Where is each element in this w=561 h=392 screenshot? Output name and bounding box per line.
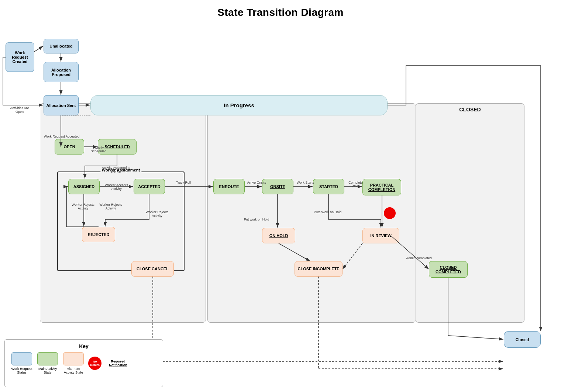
accepted-node: ACCEPTED [134, 179, 165, 194]
work-request-created: Work Request Created [6, 42, 34, 72]
put-work-on-hold-label: Put work on Hold [240, 218, 273, 221]
key-box: Key Work Request Status Main Activity St… [4, 339, 163, 387]
section-closed-title: CLOSED [459, 107, 481, 112]
open-node: OPEN [55, 139, 84, 155]
allocation-sent-node: Allocation Sent [44, 95, 79, 115]
worker-rejects-activity1-label: Worker Rejects Activity [70, 203, 96, 210]
key-work-request-box [11, 352, 32, 365]
key-main-activity-status: Main Activity State [37, 352, 59, 374]
in-review-node: IN REVIEW [362, 228, 399, 243]
worker-rejects-activity3-label: Worker Rejects Activity [143, 210, 171, 218]
closed-final-node: Closed [504, 331, 541, 348]
truck-roll-label: Truck Roll [171, 181, 196, 184]
in-progress-bar: In Progress [90, 95, 388, 115]
key-alternate-activity-box [63, 352, 84, 365]
svg-line-2 [34, 46, 43, 52]
section-closed: CLOSED [416, 103, 524, 323]
unallocated-node: Unallocated [44, 39, 79, 53]
svg-line-17 [448, 336, 503, 339]
required-notification-label: Required Notification [105, 357, 131, 370]
activities-are-open-label: Activities Are Open [7, 106, 32, 114]
assigned-node: ASSIGNED [68, 179, 100, 194]
work-starts-label: Work Starts [295, 181, 316, 184]
page-title: State Transition Diagram [0, 0, 561, 22]
close-incomplete-node: CLOSE INCOMPLETE [295, 261, 343, 277]
practical-completion-node: PRACTICAL COMPLETION [362, 179, 401, 195]
key-required-notification: Required Notification [105, 357, 131, 370]
arrive-onsite-label: Arrive Onsite [247, 181, 267, 184]
key-work-request-status: Work Request Status [11, 352, 33, 374]
no-return-circle: No Return [88, 357, 101, 370]
key-main-activity-label: Main Activity State [37, 367, 59, 374]
close-cancel-node: CLOSE CANCEL [131, 261, 174, 277]
key-title: Key [11, 343, 157, 349]
key-alternate-activity-status: Alternate Activity State [62, 352, 85, 374]
activity-scheduled-label: Activity Scheduled [86, 146, 111, 153]
complete-work-label: Complete Work [345, 181, 366, 188]
enroute-node: ENROUTE [213, 179, 245, 194]
puts-work-on-hold-label: Puts Work on Hold [310, 210, 345, 214]
started-node: STARTED [313, 179, 344, 194]
work-request-accepted-label: Work Request Accepted [41, 135, 82, 138]
admin-completed-label: Admin completed [402, 256, 436, 260]
activity-assigned-to-worker-label: Activity Assigned to Worker [100, 166, 132, 173]
worker-accepts-activity-label: Worker Accepts Activity [103, 183, 130, 191]
closed-completed-node: CLOSED COMPLETED [429, 261, 468, 278]
key-main-activity-box [37, 352, 58, 365]
key-work-request-label: Work Request Status [11, 367, 33, 374]
allocation-proposed-node: Allocation Proposed [44, 62, 79, 82]
on-hold-node: ON HOLD [262, 228, 295, 243]
rejected-node: REJECTED [82, 227, 115, 242]
worker-rejects-activity2-label: Worker Rejects Activity [98, 203, 124, 210]
key-no-return: No Return [88, 357, 101, 370]
no-return-indicator [384, 207, 396, 219]
key-alternate-activity-label: Alternate Activity State [62, 367, 85, 374]
